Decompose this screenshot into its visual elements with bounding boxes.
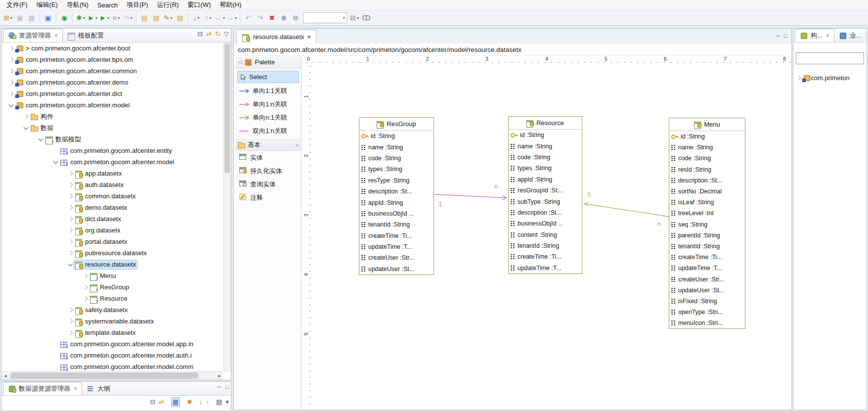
explorer-hscrollbar[interactable]: ◂ ▸ [1,371,223,380]
entity-field[interactable]: seq :String [669,219,745,230]
palette-tool-entity-table[interactable]: 实体 [235,151,301,164]
tree-item[interactable]: pubresource.datasetx [1,247,223,259]
scroll-right-icon[interactable]: ▸ [216,373,223,378]
chevron-right-icon[interactable] [8,46,13,51]
tab-components[interactable]: 构... × [795,29,834,42]
chevron-down-icon[interactable]: ▾ [95,16,97,20]
chevron-right-icon[interactable] [68,239,73,244]
toolbar-console-button[interactable]: ▣ [42,12,54,24]
view-menu-icon[interactable]: ▾ [225,398,229,406]
palette-tool-select[interactable]: Select [237,71,299,83]
entity-field[interactable]: description :St... [669,175,745,186]
toolbar-layout-button[interactable]: ⊟▾ [348,12,360,24]
chevron-down-icon[interactable] [8,102,13,107]
filter-input[interactable] [796,52,864,64]
chevron-right-icon[interactable] [83,274,87,278]
tab-resource-manager[interactable]: 资源管理器 × [3,29,63,42]
tree-item[interactable]: safety.datasetx [1,304,223,316]
toolbar-zoom-out-button[interactable]: ⊖ [290,12,302,24]
tree-item[interactable]: 数据模型 [1,134,223,145]
menu-item-1[interactable]: 编辑(E) [32,0,62,10]
tree-item[interactable]: com.primeton.gocom.afcenter.model.app.in [1,338,223,350]
chevron-down-icon[interactable]: ▾ [223,16,225,20]
tab-outline[interactable]: 大纲 [82,382,115,395]
entity-resource[interactable]: Resourceid :Stringname :Stringcode :Stri… [508,116,582,274]
link-with-editor-icon[interactable]: ⇄ [206,31,212,37]
palette-tool-persistent-entity-table[interactable]: 持久化实体 [235,164,301,178]
chevron-down-icon[interactable]: ▾ [10,16,12,20]
tree-mode-icon[interactable]: ▦ [171,397,180,407]
toolbar-brush-button[interactable]: ✎▾ [162,12,174,24]
editor-tab-resource-datasetx[interactable]: resource.datasetx × [236,30,316,44]
menu-item-4[interactable]: 项目(P) [122,0,152,10]
entity-field[interactable]: createUser :Str... [669,274,745,284]
entity-field[interactable]: name :String [509,140,582,151]
entity-field[interactable]: name :String [669,142,745,153]
tree-item[interactable]: com.primeton.gocom.afcenter.bps.om [1,54,223,65]
tree-item[interactable]: systemvariable.datasetx [1,316,223,327]
entity-resgroup[interactable]: ResGroupid :Stringname :Stringcode :Stri… [359,117,434,275]
chevron-down-icon[interactable]: ▾ [197,16,199,20]
tree-item[interactable]: demo.datasetx [1,202,223,213]
toolbar-search-binoculars-button[interactable]: ↀ [360,12,372,24]
toolbar-push-button[interactable]: ↑▾ [202,12,214,24]
toolbar-boot-dashboard-button[interactable]: ◉ [58,12,70,24]
tree-item[interactable]: app.datasetx [1,168,223,179]
chevron-right-icon[interactable] [68,183,73,187]
palette-tool-relation-3[interactable]: 双向1:n关联 [235,124,301,137]
palette-tool-relation-2[interactable]: 单向n:1关联 [235,111,301,124]
tree-item[interactable]: ResGroup [1,281,223,293]
entity-field[interactable]: resType :String [359,175,434,186]
tab-template-config[interactable]: 模板配置 [63,29,108,42]
entity-field[interactable]: businessObjId ... [359,208,434,219]
right-tree-item[interactable]: com.primeton [794,72,867,84]
toolbar-pull-button[interactable]: ↓▾ [190,12,202,24]
chevron-right-icon[interactable] [68,217,73,222]
chevron-down-icon[interactable]: ▾ [357,16,359,20]
horizontal-ruler[interactable]: 012345678 [304,56,791,63]
export-config-icon[interactable]: ↑ [206,398,210,406]
toolbar-import-folder-button[interactable]: ▤ [174,12,186,24]
catalog-icon[interactable]: ▤ [216,398,222,406]
palette-tool-relation-1[interactable]: 单向1:n关联 [235,97,301,111]
toolbar-relaunch-button[interactable]: ↷▾ [122,12,134,24]
chevron-down-icon[interactable] [23,125,28,130]
entity-menu[interactable]: Menuid :Stringname :Stringcode :Stringre… [669,118,745,329]
close-icon[interactable]: × [307,33,311,41]
vertical-ruler[interactable]: 12345 [304,63,311,410]
chevron-down-icon[interactable] [38,136,43,141]
entity-field[interactable]: isFixed :String [669,296,745,307]
chevron-right-icon[interactable] [23,114,28,119]
palette-collapse-icon[interactable]: ◁ [238,59,242,65]
chevron-right-icon[interactable] [8,80,13,85]
entity-field[interactable]: businessObjId ... [509,218,582,229]
chevron-down-icon[interactable]: ▾ [83,16,85,20]
menu-item-0[interactable]: 文件(F) [2,0,32,10]
toolbar-stop-button[interactable]: ■▾ [110,12,122,24]
toolbar-redo-button[interactable]: ↷ [254,12,266,24]
chevron-right-icon[interactable] [83,296,87,301]
toolbar-save-all-button[interactable]: ▦ [26,12,38,24]
tree-item[interactable]: com.primeton.gocom.afcenter.common [1,65,223,77]
tree-item[interactable]: com.primeton.gocom.afcenter.model [1,99,223,111]
entity-field[interactable]: sortNo :Decimal [669,186,745,197]
chevron-down-icon[interactable]: ▾ [130,16,132,20]
entity-field[interactable]: resId :String [669,164,745,175]
tree-item[interactable]: 构件 [1,111,223,122]
toolbar-zoom-in-button[interactable]: ⊕ [278,12,290,24]
entity-field[interactable]: isLeaf :String [669,197,745,208]
chevron-down-icon[interactable] [53,159,58,164]
entity-field[interactable]: content :String [509,229,582,240]
hscroll-thumb[interactable] [10,372,198,379]
menu-item-6[interactable]: 窗口(W) [183,0,216,10]
entity-field[interactable]: createTime :Ti... [509,251,582,262]
chevron-right-icon[interactable] [8,91,13,96]
entity-field[interactable]: id :String [669,131,745,142]
entity-field[interactable]: description :St... [509,207,582,218]
toolbar-new-wizard-button[interactable]: ⊞▾ [2,12,14,24]
menu-item-7[interactable]: 帮助(H) [216,0,246,10]
chevron-right-icon[interactable] [68,251,73,256]
entity-field[interactable]: code :String [669,153,745,164]
toolbar-open-connection-button[interactable]: ▤ [138,12,150,24]
entity-field[interactable]: parentId :String [669,230,745,241]
